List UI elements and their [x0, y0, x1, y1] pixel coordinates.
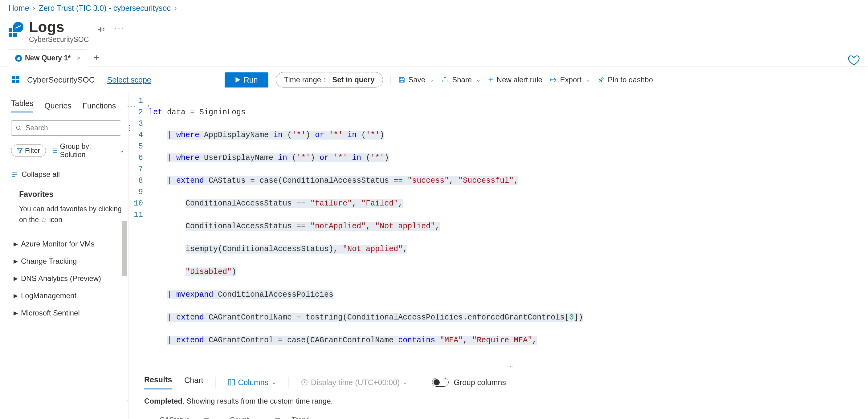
svg-rect-5	[232, 380, 235, 385]
add-tab-button[interactable]: +	[87, 52, 105, 63]
svg-rect-1	[18, 57, 19, 60]
export-button[interactable]: Export⌄	[550, 75, 590, 84]
tab-new-query-1[interactable]: New Query 1* ×	[9, 49, 87, 67]
filter-button[interactable]: Filter	[11, 144, 46, 157]
tree-item[interactable]: ▶Microsoft Sentinel	[11, 304, 124, 322]
results-table: CAStatus Count Trend › Successful	[129, 413, 868, 419]
search-input-field[interactable]	[26, 124, 117, 132]
chart-icon	[15, 55, 22, 62]
svg-point-3	[17, 126, 20, 129]
tree-item[interactable]: ▶LogManagement	[11, 287, 124, 304]
code-area[interactable]: let data = SigninLogs | where AppDisplay…	[149, 95, 868, 369]
list-icon	[52, 148, 57, 153]
caret-right-icon: ▶	[13, 240, 18, 248]
save-button[interactable]: Save⌄	[398, 75, 434, 84]
breadcrumb-home[interactable]: Home	[9, 4, 29, 13]
col-header-trend[interactable]: Trend	[291, 416, 868, 419]
share-button[interactable]: Share⌄	[441, 75, 481, 84]
tree-item[interactable]: ▶Azure Monitor for VMs	[11, 235, 124, 253]
pin-icon	[598, 76, 604, 83]
clock-icon	[301, 379, 308, 386]
more-icon[interactable]: ···	[127, 101, 136, 110]
page-header: Logs CyberSecuritySOC ···	[0, 20, 868, 49]
breadcrumb-resource[interactable]: Zero Trust (TIC 3.0) - cybersecuritysoc	[39, 4, 171, 13]
svg-rect-0	[17, 58, 18, 60]
chevron-down-icon: ⌄	[586, 76, 590, 83]
workspace-icon	[12, 76, 20, 84]
sidebar: Tables Queries Functions ··· « ⋮ Filter …	[0, 93, 129, 419]
divider	[391, 74, 391, 85]
pin-to-dashboard-button[interactable]: Pin to dashbo	[598, 75, 653, 84]
collapse-all-button[interactable]: Collapse all	[11, 170, 124, 179]
sidebar-tab-queries[interactable]: Queries	[44, 101, 71, 110]
query-tabstrip: New Query 1* × +	[0, 49, 868, 67]
display-time-button[interactable]: Display time (UTC+00:00) ⌄	[301, 378, 407, 387]
sidebar-tabs: Tables Queries Functions ··· «	[11, 99, 124, 112]
chevron-down-icon: ⌄	[120, 147, 124, 154]
toolbar: CyberSecuritySOC Select scope Run Time r…	[0, 67, 868, 93]
page-title: Logs	[29, 20, 89, 35]
select-scope-link[interactable]: Select scope	[107, 75, 151, 85]
pin-icon[interactable]	[97, 24, 105, 33]
chevron-right-icon: ›	[175, 4, 177, 12]
more-vertical-icon[interactable]: ⋮	[125, 123, 133, 133]
scrollbar-thumb[interactable]	[122, 221, 127, 276]
search-icon	[16, 125, 22, 131]
collapse-icon	[11, 171, 18, 177]
workspace-name: CyberSecuritySOC	[27, 75, 95, 85]
chevron-down-icon: ⌄	[476, 76, 481, 83]
heart-icon[interactable]	[848, 53, 860, 66]
chevron-down-icon: ⌄	[272, 379, 276, 386]
caret-right-icon: ▶	[13, 258, 18, 265]
page-subtitle: CyberSecuritySOC	[29, 35, 89, 44]
sidebar-tab-functions[interactable]: Functions	[83, 101, 116, 110]
svg-rect-2	[19, 57, 20, 60]
tables-tree: ▶Azure Monitor for VMs ▶Change Tracking …	[11, 235, 124, 322]
caret-right-icon: ▶	[13, 292, 18, 299]
search-input[interactable]	[11, 121, 121, 135]
tree-item[interactable]: ▶DNS Analytics (Preview)	[11, 270, 124, 287]
favorites-hint: You can add favorites by clicking on the…	[11, 199, 124, 225]
col-header-castatus[interactable]: CAStatus	[160, 416, 230, 419]
sidebar-tab-tables[interactable]: Tables	[11, 99, 33, 112]
filter-icon	[17, 148, 23, 153]
results-status: Completed. Showing results from the cust…	[129, 389, 868, 413]
query-editor[interactable]: 1234567891011 let data = SigninLogs | wh…	[129, 93, 868, 369]
close-icon[interactable]: ×	[77, 54, 81, 62]
svg-rect-4	[228, 380, 231, 385]
share-icon	[441, 76, 449, 84]
caret-right-icon: ▶	[13, 310, 18, 316]
time-range-picker[interactable]: Time range : Set in query	[276, 72, 383, 88]
filter-icon[interactable]	[204, 416, 209, 419]
plus-icon: +	[488, 74, 494, 85]
filter-icon[interactable]	[275, 416, 280, 419]
favorites-heading: Favorites	[11, 190, 124, 199]
results-toolbar: Results Chart Columns ⌄ Display time (UT…	[129, 370, 868, 389]
chevron-down-icon: ⌄	[430, 76, 434, 83]
more-icon[interactable]: ···	[115, 24, 124, 33]
drag-handle-icon[interactable]: ⋮	[124, 396, 130, 403]
divider	[288, 377, 289, 388]
logs-logo-icon	[9, 22, 23, 37]
play-icon	[235, 77, 241, 83]
group-columns-toggle[interactable]: Group columns	[432, 378, 506, 387]
divider	[215, 377, 216, 388]
toggle-off-icon[interactable]	[432, 378, 448, 387]
tree-item[interactable]: ▶Change Tracking	[11, 253, 124, 270]
results-header-row: CAStatus Count Trend	[144, 413, 868, 419]
caret-right-icon: ▶	[13, 275, 18, 282]
results-tab-chart[interactable]: Chart	[184, 376, 203, 389]
export-icon	[550, 77, 557, 83]
chevron-down-icon: ⌄	[403, 379, 407, 386]
save-icon	[398, 76, 405, 84]
col-header-count[interactable]: Count	[230, 416, 291, 419]
line-gutter: 1234567891011	[129, 95, 149, 369]
group-by-dropdown[interactable]: Group by: Solution ⌄	[52, 142, 124, 159]
editor-pane: 1234567891011 let data = SigninLogs | wh…	[129, 93, 868, 419]
columns-button[interactable]: Columns ⌄	[228, 378, 276, 387]
breadcrumb: Home › Zero Trust (TIC 3.0) - cybersecur…	[0, 0, 868, 20]
columns-icon	[228, 379, 235, 385]
new-alert-rule-button[interactable]: + New alert rule	[488, 74, 542, 85]
results-tab-results[interactable]: Results	[144, 375, 172, 389]
run-button[interactable]: Run	[225, 72, 268, 88]
